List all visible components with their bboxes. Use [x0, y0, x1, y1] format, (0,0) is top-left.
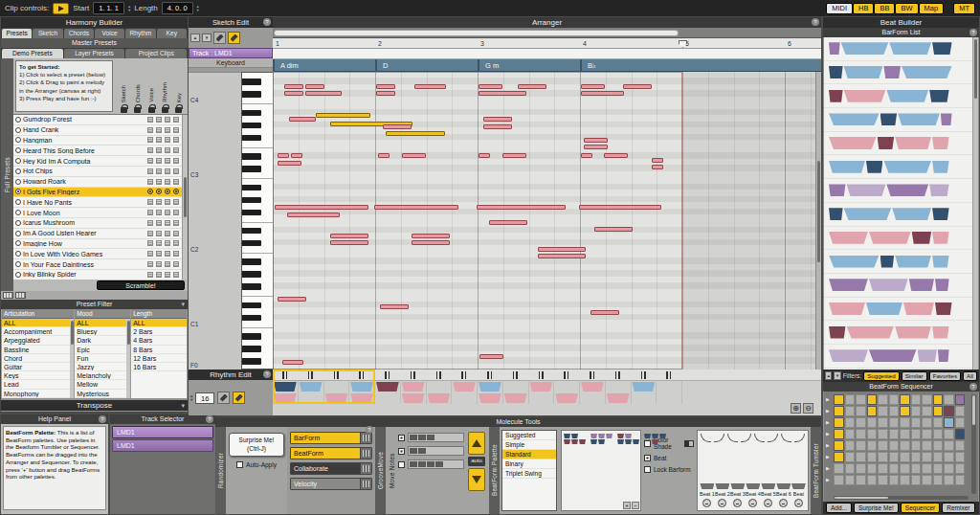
sequencer-cell[interactable] [845, 452, 856, 462]
sequencer-cell[interactable] [889, 406, 900, 416]
remove-beat-button[interactable] [794, 499, 803, 507]
black-key[interactable] [242, 271, 261, 277]
sequencer-cell[interactable] [933, 406, 944, 416]
sequencer-cell[interactable] [900, 429, 910, 439]
sequencer-cell[interactable] [889, 463, 900, 474]
sequencer-cell[interactable] [889, 394, 900, 405]
sequencer-cell[interactable] [933, 394, 944, 405]
zoom-in-icon[interactable]: ⊕ [791, 403, 801, 414]
layer-toggle-icon[interactable] [165, 261, 170, 267]
auto-button[interactable]: auto [468, 457, 485, 466]
rhythm-select-tool[interactable] [217, 392, 230, 404]
rhythm-cell[interactable] [375, 381, 401, 392]
rhythm-cell[interactable] [606, 381, 632, 392]
midi-note[interactable] [652, 165, 663, 169]
topbar-button-bb[interactable]: BB [874, 3, 895, 14]
black-key[interactable] [242, 110, 261, 116]
layer-toggle-icon[interactable] [173, 220, 179, 226]
sequencer-cell[interactable] [922, 406, 932, 416]
midi-note[interactable] [604, 153, 628, 158]
horizontal-zoom-scrollbar[interactable] [273, 28, 821, 38]
sequencer-cell[interactable] [845, 440, 856, 451]
sequencer-cell[interactable] [944, 394, 954, 405]
filter-item[interactable]: Guitar [2, 363, 74, 371]
sequencer-cell[interactable] [922, 475, 932, 485]
row-play-arrow[interactable]: ▶ [826, 475, 833, 484]
rhythm-cell[interactable] [401, 392, 427, 404]
layer-toggle-icon[interactable] [156, 261, 162, 267]
play-button[interactable] [53, 3, 69, 14]
layer-toggle-icon[interactable] [173, 261, 179, 267]
sequencer-cell[interactable] [922, 463, 932, 474]
lock-barform-checkbox[interactable] [644, 466, 651, 473]
midi-note[interactable] [284, 84, 303, 89]
midi-note[interactable] [287, 213, 340, 217]
layer-toggle-icon[interactable] [147, 231, 153, 236]
grid-stepper[interactable]: ▴▾ [190, 394, 192, 402]
midi-note[interactable] [305, 84, 324, 89]
rhythm-cell[interactable] [427, 392, 453, 404]
layer-toggle-icon[interactable] [156, 210, 162, 215]
palette-item-binary[interactable]: Binary [502, 459, 556, 469]
black-key[interactable] [242, 123, 261, 128]
sequencer-cell[interactable] [911, 417, 922, 428]
sequencer-cell[interactable] [889, 452, 900, 462]
scroll-down-button[interactable]: ▾ [834, 371, 840, 380]
rhythm-cell[interactable] [657, 381, 682, 392]
sequencer-vertical-scrollbar[interactable] [971, 394, 976, 494]
midi-note[interactable] [378, 153, 390, 158]
sequencer-cell[interactable] [889, 475, 900, 485]
option-lock-barform[interactable]: Lock Barform [644, 466, 694, 473]
filter-item[interactable]: Mysterious [75, 390, 130, 398]
beatform-shape[interactable] [791, 483, 806, 489]
layer-toggle-icon[interactable] [165, 199, 170, 205]
palette-item-triplet-swing[interactable]: Triplet Swing [502, 469, 556, 479]
rhythm-cell[interactable] [503, 392, 529, 404]
layer-toggle-icon[interactable] [173, 117, 179, 123]
sequencer-cell[interactable] [889, 417, 900, 428]
midi-note[interactable] [278, 297, 306, 302]
midi-note[interactable] [291, 153, 302, 158]
rhythm-cell[interactable] [324, 392, 350, 404]
black-key[interactable] [242, 153, 261, 159]
preset-radio[interactable] [15, 240, 21, 246]
barform-row[interactable] [824, 274, 978, 298]
preset-filter-header[interactable]: Preset Filter ▾ [1, 300, 188, 309]
start-value[interactable]: 1. 1. 1 [93, 2, 124, 14]
sequencer-cell[interactable] [856, 463, 866, 474]
midi-note[interactable] [518, 84, 546, 89]
preset-radio[interactable] [15, 199, 21, 205]
subtab-layer-presets[interactable]: Layer Presets [64, 49, 125, 58]
preset-row[interactable]: Inky Blinky Spider [13, 270, 188, 280]
chord-region[interactable]: A dim [273, 59, 375, 72]
help-icon[interactable]: ? [206, 415, 213, 423]
remove-beat-button[interactable] [779, 499, 788, 507]
sequencer-cell[interactable] [878, 394, 888, 405]
rhythm-cell[interactable] [299, 392, 324, 404]
preset-radio[interactable] [15, 117, 21, 123]
subtab-project-clips[interactable]: Project Clips [125, 49, 187, 58]
sequencer-cell[interactable] [845, 463, 856, 474]
midi-note[interactable] [594, 227, 633, 232]
preset-row[interactable]: I Love Moon [13, 208, 188, 218]
barform-row[interactable] [824, 203, 978, 227]
layer-toggle-icon[interactable] [147, 117, 153, 123]
beatform-shape[interactable] [776, 483, 791, 489]
preset-radio[interactable] [15, 189, 21, 194]
layer-toggle-icon[interactable] [147, 261, 153, 267]
rhythm-cell[interactable] [375, 392, 401, 404]
layer-toggle-icon[interactable] [165, 189, 170, 194]
layer-toggle-icon[interactable] [173, 127, 179, 133]
sequencer-cell[interactable] [900, 475, 910, 485]
topbar-button-map[interactable]: Map [919, 3, 945, 14]
black-key[interactable] [242, 135, 261, 141]
select-tool-button[interactable] [213, 32, 226, 44]
layer-toggle-icon[interactable] [156, 158, 162, 164]
barform-row[interactable] [824, 250, 978, 274]
layer-toggle-icon[interactable] [165, 179, 170, 185]
help-icon[interactable]: ? [99, 415, 106, 423]
sequencer-cell[interactable] [955, 417, 966, 428]
sequencer-cell[interactable] [867, 394, 878, 405]
start-stepper[interactable]: ▴▾ [128, 5, 130, 12]
sequencer-cell[interactable] [933, 429, 944, 439]
